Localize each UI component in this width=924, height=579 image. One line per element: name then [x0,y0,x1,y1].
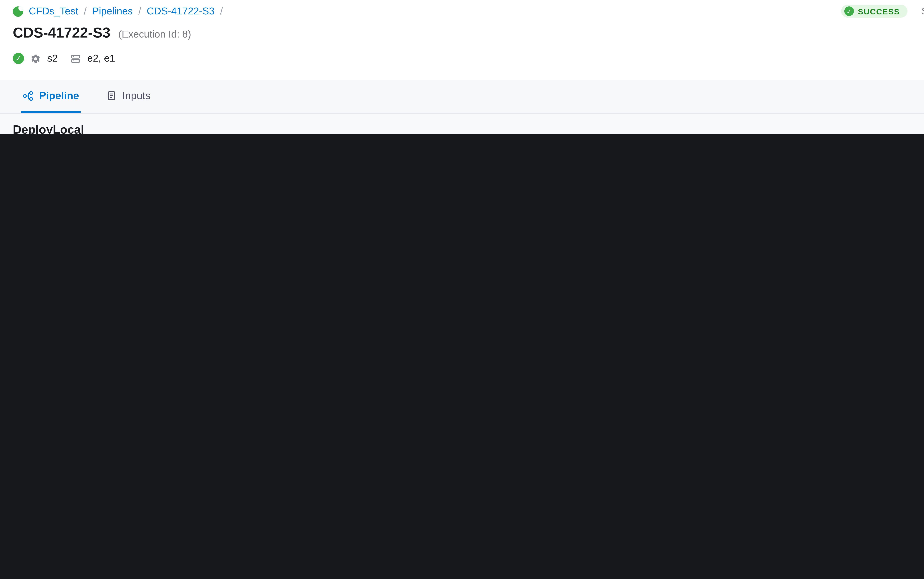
status-text: SUCCESS [858,7,900,16]
execution-toolbar: ✓ SUCCESS Start time 15/09/2022 16:09:26… [841,2,924,20]
environments-icon [70,53,81,64]
environments-label: Environment(s) [520,134,588,134]
breadcrumb: CFDs_Test / Pipelines / CDS-41722-S3 / [13,5,223,17]
tab-bar: Pipeline Inputs Console View [0,80,924,114]
deploy-success-icon: ✓ [13,53,24,64]
breadcrumb-separator: / [139,5,141,17]
stage-name: DeployLocal [13,123,84,134]
breadcrumb-pipeline-name[interactable]: CDS-41722-S3 [147,5,215,17]
tab-pipeline-label: Pipeline [39,90,79,102]
stage-environments: Environment(s) e1 [520,134,588,134]
breadcrumb-separator: / [220,5,223,17]
tab-pipeline[interactable]: Pipeline [21,80,81,113]
page-title: CDS-41722-S3 [13,25,110,42]
breadcrumb-project[interactable]: CFDs_Test [29,5,78,17]
breadcrumb-separator: / [84,5,87,17]
status-badge: ✓ SUCCESS [841,5,907,18]
top-bar: CFDs_Test / Pipelines / CDS-41722-S3 / ✓… [0,0,924,22]
success-check-icon: ✓ [844,7,854,16]
app-window: CFDs_Test / Pipelines / CDS-41722-S3 / ✓… [0,0,924,134]
execution-id: (Execution Id: 8) [118,29,191,40]
execution-meta-row: ✓ s2 e2, e1 [13,51,115,67]
stage-summary-bar: DeployLocal Started at: 15/09/2022, 16:0… [0,113,924,134]
tab-inputs[interactable]: Inputs [104,80,152,113]
pipeline-icon [22,90,34,101]
tab-inputs-label: Inputs [122,90,150,102]
environments-list: e2, e1 [87,53,115,64]
service-gear-icon [30,53,41,64]
inputs-icon [106,90,117,101]
service-name: s2 [47,53,58,64]
stage-services: Service(s) s2 [310,134,355,134]
cd-module-icon [13,6,23,16]
services-label: Service(s) [310,134,355,134]
breadcrumb-pipelines[interactable]: Pipelines [92,5,133,17]
title-row: CDS-41722-S3 (Execution Id: 8) [13,25,191,42]
start-time-label: Start time [921,5,924,17]
